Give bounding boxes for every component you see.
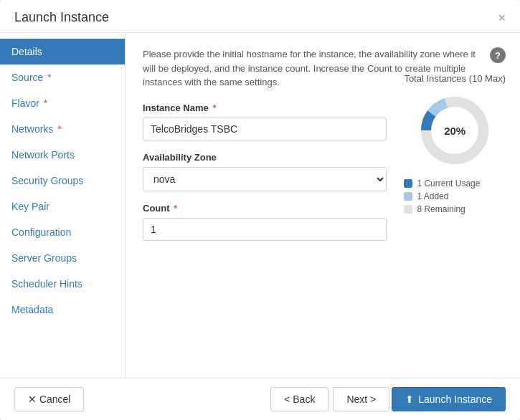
sidebar-item-server-groups[interactable]: Server Groups	[0, 245, 125, 271]
sidebar-item-configuration[interactable]: Configuration	[0, 219, 125, 245]
upload-icon: ⬆	[405, 393, 414, 405]
legend-item-added: 1 Added	[404, 191, 506, 201]
launch-instance-modal: Launch Instance × Details Source * Flavo…	[0, 0, 520, 420]
sidebar-item-flavor[interactable]: Flavor *	[0, 90, 125, 116]
back-button[interactable]: < Back	[270, 387, 328, 411]
donut-chart: 20%	[415, 91, 494, 170]
cancel-button[interactable]: ✕ Cancel	[14, 387, 84, 411]
sidebar-item-metadata[interactable]: Metadata	[0, 297, 125, 323]
sidebar-item-network-ports[interactable]: Network Ports	[0, 142, 125, 168]
count-input[interactable]	[143, 218, 387, 241]
modal-header: Launch Instance ×	[0, 0, 520, 33]
help-icon[interactable]: ?	[490, 47, 506, 63]
donut-label: 20%	[444, 125, 465, 137]
sidebar-item-scheduler-hints[interactable]: Scheduler Hints	[0, 271, 125, 297]
legend-dot-remaining	[404, 205, 412, 214]
legend-item-current-usage: 1 Current Usage	[404, 178, 506, 188]
modal-body: Details Source * Flavor * Networks * Net…	[0, 33, 520, 378]
instance-name-input[interactable]	[143, 118, 387, 140]
modal-title: Launch Instance	[14, 10, 109, 25]
footer-nav-buttons: < Back Next > ⬆ Launch Instance	[268, 387, 506, 411]
chart-area: Total Instances (10 Max) 20%	[404, 73, 506, 217]
sidebar-item-security-groups[interactable]: Security Groups	[0, 168, 125, 194]
launch-button[interactable]: ⬆ Launch Instance	[392, 387, 506, 411]
chart-legend: 1 Current Usage 1 Added 8 Remaining	[404, 178, 506, 217]
next-button[interactable]: Next >	[333, 387, 389, 411]
legend-item-remaining: 8 Remaining	[404, 204, 506, 214]
legend-dot-current-usage	[404, 179, 412, 188]
availability-zone-select[interactable]: nova	[143, 167, 387, 191]
sidebar-item-source[interactable]: Source *	[0, 65, 125, 90]
sidebar-item-details[interactable]: Details	[0, 39, 125, 65]
close-button[interactable]: ×	[498, 11, 506, 24]
modal-footer: ✕ Cancel < Back Next > ⬆ Launch Instance	[0, 378, 520, 420]
chart-title: Total Instances (10 Max)	[404, 73, 506, 84]
main-content: Please provide the initial hostname for …	[126, 33, 520, 378]
sidebar-item-networks[interactable]: Networks *	[0, 116, 125, 142]
legend-dot-added	[404, 192, 412, 201]
sidebar: Details Source * Flavor * Networks * Net…	[0, 33, 126, 378]
sidebar-item-key-pair[interactable]: Key Pair	[0, 194, 125, 219]
